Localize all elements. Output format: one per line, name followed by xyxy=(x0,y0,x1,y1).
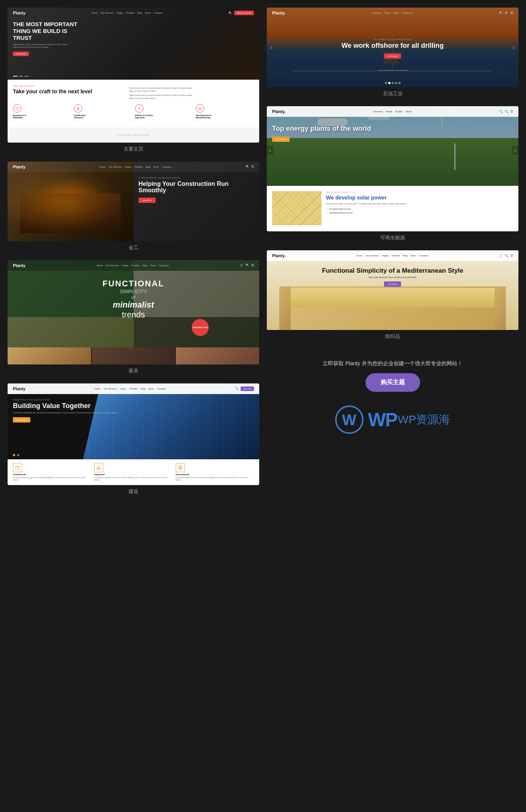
textile-nav-contacts[interactable]: Contacts xyxy=(419,254,428,257)
metal-search-icon[interactable]: 🔍 xyxy=(246,165,249,168)
main-hero-content: The Most Important Thing We Build is Tru… xyxy=(13,21,81,56)
energy-nav-project[interactable]: Project xyxy=(395,110,403,113)
nav-home[interactable]: Home xyxy=(91,12,98,14)
furniture-nav-pages[interactable]: Pages xyxy=(122,264,128,267)
textile-nav-home[interactable]: Home xyxy=(357,254,363,257)
buy-theme-button[interactable]: 购买主题 xyxy=(365,373,420,392)
oil-nav-blog[interactable]: Blog xyxy=(394,12,398,14)
metal-nav-blog[interactable]: Blog xyxy=(146,166,150,168)
furniture-nav-home[interactable]: Home xyxy=(97,264,103,267)
textile-cart-icon[interactable]: 🛒 xyxy=(499,254,503,258)
energy-nav-family[interactable]: Family xyxy=(386,110,392,113)
construction-nav-store[interactable]: Store xyxy=(148,388,154,390)
construction-nav-contacts[interactable]: Contacts xyxy=(157,388,166,390)
energy-search-icon[interactable]: 🔍 xyxy=(499,110,503,113)
textile-hero-content: Functional Simplicity of a Mediterranean… xyxy=(292,267,493,287)
oil-arrow-left[interactable]: ‹ xyxy=(271,44,272,50)
metal-nav-company[interactable]: Company xyxy=(162,166,172,168)
construction-get-started-button[interactable]: Get Started xyxy=(13,417,30,422)
textile-menu-icon[interactable]: ☰ xyxy=(510,254,513,258)
textile-get-started-button[interactable]: Get Started xyxy=(384,281,402,287)
commercial-icon xyxy=(13,463,22,472)
lets-talk-button[interactable]: Let's Talk xyxy=(241,386,254,391)
construction-navbar: Planty Home Our Services Pages Portfolio… xyxy=(8,383,259,394)
oil-get-started-button[interactable]: Get Started xyxy=(384,53,402,59)
svg-rect-3 xyxy=(16,467,19,470)
metal-nav-home[interactable]: Home xyxy=(99,166,106,168)
construction-nav-services[interactable]: Our Services xyxy=(104,388,117,390)
textile-nav-services[interactable]: Our Services xyxy=(366,254,379,257)
furniture-cart-icon[interactable]: 🛒 xyxy=(240,264,244,267)
furniture-nav-icons: 🛒 🔍 ☰ xyxy=(240,264,254,267)
textile-nav-blog[interactable]: Blog xyxy=(403,254,407,257)
services-tag: TOP SERVICES xyxy=(13,85,121,87)
oil-arrow-right[interactable]: › xyxy=(513,44,515,50)
service-desc-4: → xyxy=(196,119,226,122)
nav-store[interactable]: Store xyxy=(145,12,150,14)
furniture-search-icon[interactable]: 🔍 xyxy=(246,264,249,267)
solar-section: OPTIONAL SUBTITLE We develop solar power… xyxy=(267,186,518,231)
solar-check-2: Achieving all well-scarred xyxy=(326,211,513,214)
furniture-label: 家具 xyxy=(8,364,259,376)
energy-menu-icon[interactable]: ☰ xyxy=(510,110,513,113)
textile-search-icon[interactable]: 🔍 xyxy=(505,254,509,258)
furniture-img-2 xyxy=(92,347,175,364)
holistic-icon xyxy=(135,104,143,113)
nav-portfolio[interactable]: Portfolio xyxy=(126,12,134,14)
solar-description: Duis aute irure dolor in reprehenderit i… xyxy=(326,203,513,206)
cta-text: 立即获取 Planty 并为您的企业创建一个强大而专业的网站！ xyxy=(323,360,463,367)
textile-nav-pages[interactable]: Pages xyxy=(382,254,388,257)
textile-nav-portfolio[interactable]: Portfolio xyxy=(391,254,400,257)
construction-nav-blog[interactable]: Blog xyxy=(141,388,145,390)
nav-pages[interactable]: Pages xyxy=(117,12,123,14)
nav-blog[interactable]: Blog xyxy=(137,12,142,14)
oil-nav-icons: 🔍 🔍 ☰ xyxy=(499,11,513,15)
metal-nav-store[interactable]: Store xyxy=(153,166,159,168)
oil-menu-icon[interactable]: ☰ xyxy=(510,11,513,15)
construction-nav-portfolio[interactable]: Portfolio xyxy=(129,388,138,390)
furniture-nav-company[interactable]: Company xyxy=(159,264,169,267)
metal-nav-services[interactable]: Our Services xyxy=(109,166,122,168)
metal-menu-icon[interactable]: ☰ xyxy=(251,165,254,168)
construction-nav-pages[interactable]: Pages xyxy=(120,388,126,390)
construction-nav-home[interactable]: Home xyxy=(94,388,101,390)
construction-slide-dots xyxy=(13,454,19,456)
wp-sub-text: WP资源海 xyxy=(398,412,450,427)
metal-nav-pages[interactable]: Pages xyxy=(125,166,131,168)
energy-nav-about[interactable]: About xyxy=(406,110,412,113)
search-icon[interactable]: 🔍 xyxy=(228,11,232,15)
energy-arrow-right[interactable]: › xyxy=(512,146,518,155)
energy-arrow-left[interactable]: ‹ xyxy=(267,146,273,155)
oil-nav-pages[interactable]: Pages xyxy=(384,12,391,14)
energy-search-icon2[interactable]: 🔍 xyxy=(505,110,509,113)
nav-services[interactable]: Our Services xyxy=(101,12,114,14)
energy-get-started-button[interactable]: Get Started xyxy=(272,137,290,142)
furniture-img-3 xyxy=(176,347,259,364)
oil-search-icon2[interactable]: 🔍 xyxy=(505,11,509,15)
oil-nav-summary[interactable]: Summary xyxy=(372,12,381,14)
energy-nav-summary[interactable]: Summary xyxy=(373,110,383,113)
construction-description: Consectetur adipiscing elit, sed do eius… xyxy=(13,411,126,415)
furniture-nav-portfolio[interactable]: Portfolio xyxy=(131,264,140,267)
metal-nav-portfolio[interactable]: Portfolio xyxy=(134,166,143,168)
main-navbar: Planty Home Our Services Pages Portfolio… xyxy=(8,8,259,18)
get-started-button[interactable]: Get Started xyxy=(13,52,29,56)
furniture-menu-icon[interactable]: ☰ xyxy=(251,264,254,267)
oil-nav-contact[interactable]: Contact Us xyxy=(402,12,413,14)
svg-rect-5 xyxy=(98,468,99,470)
service-item-4: Development & Manufacturing → xyxy=(196,104,254,122)
furniture-nav-services[interactable]: Our Services xyxy=(106,264,119,267)
metal-learn-more-button[interactable]: Learn More xyxy=(139,198,156,203)
renewable-energy-card: Planty. Summary Family Project About 🔍 🔍… xyxy=(267,106,518,243)
furniture-nav-store[interactable]: Store xyxy=(150,264,156,267)
construction-search-icon[interactable]: 🔍 xyxy=(235,387,239,390)
request-quote-button[interactable]: Request a Quote xyxy=(234,11,254,15)
oil-search-icon[interactable]: 🔍 xyxy=(499,11,503,15)
oil-navbar: Planty. Summary Pages Blog Contact Us 🔍 … xyxy=(267,8,518,18)
textile-nav-store[interactable]: Store xyxy=(410,254,416,257)
metal-hero-content: CUSTOM METAL MANUFACTURING Helping Your … xyxy=(139,177,249,203)
nav-contacts[interactable]: Contacts xyxy=(154,12,163,14)
industrial-title: Industrial xyxy=(94,473,172,476)
furniture-nav-blog[interactable]: Blog xyxy=(143,264,147,267)
furniture-line4: minimalist xyxy=(13,300,254,310)
